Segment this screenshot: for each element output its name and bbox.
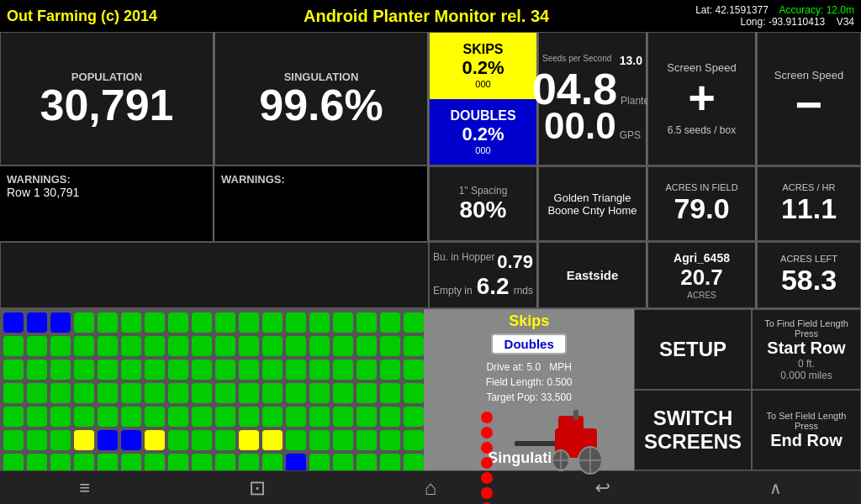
seed-cell xyxy=(145,312,165,333)
seed-cell xyxy=(239,312,259,333)
seed-cell xyxy=(333,383,353,403)
seed-cell xyxy=(50,383,71,403)
bottom-row: Skips Doubles Drive at: 5.0 MPH Field Le… xyxy=(0,309,861,470)
seed-cell xyxy=(404,383,424,403)
setup-label: SETUP xyxy=(659,338,726,361)
screen-speed-plus-symbol: + xyxy=(688,74,716,121)
eastside-label: Eastside xyxy=(567,268,619,282)
screen-speed-plus-panel[interactable]: Screen Speed + 6.5 seeds / box xyxy=(647,32,757,165)
seed-cell xyxy=(309,454,330,470)
seed-cell xyxy=(145,336,165,356)
seed-cell xyxy=(192,312,212,333)
warnings-label-2: WARNINGS: xyxy=(221,173,420,186)
warnings-value-1: Row 1 30,791 xyxy=(7,186,206,199)
seed-cell xyxy=(145,360,165,380)
seed-cell xyxy=(357,312,377,333)
seed-cell xyxy=(286,360,306,380)
seed-cell xyxy=(215,407,235,427)
seed-cell xyxy=(3,383,24,403)
seed-cell xyxy=(74,360,94,380)
find-field-length-panel[interactable]: To Find Field Length Press Start Row 0 f… xyxy=(752,309,861,390)
long-value: -93.9110413 xyxy=(769,16,825,28)
seed-cell xyxy=(168,312,188,333)
warnings-panel-2: WARNINGS: xyxy=(214,166,429,241)
nav-up-icon[interactable]: ∧ xyxy=(769,478,782,498)
seed-cell xyxy=(262,360,283,380)
field-length-info: Field Length: 0.500 xyxy=(430,376,627,388)
seed-cell xyxy=(27,383,47,403)
gps-label: GPS xyxy=(620,129,641,141)
end-row-button: End Row xyxy=(770,431,843,450)
seed-cell xyxy=(27,336,47,356)
title-center: Android Planter Monitor rel. 34 xyxy=(304,7,549,26)
seed-cell xyxy=(192,383,212,403)
target-pop-value: 33,500 xyxy=(541,391,572,403)
tractor-svg xyxy=(489,403,624,487)
seed-cell xyxy=(262,407,283,427)
seed-cell xyxy=(404,360,424,380)
seed-cell xyxy=(168,360,188,380)
nav-square-icon[interactable]: ⊡ xyxy=(249,476,266,500)
hopper-panel: Bu. in Hopper 0.79 Empty in 6.2 rnds xyxy=(429,242,538,308)
seed-cell xyxy=(121,336,141,356)
field-length-value: 0.500 xyxy=(547,376,573,388)
seed-cell xyxy=(357,336,377,356)
find-length-line2: Press xyxy=(795,328,818,339)
seed-cell xyxy=(50,430,71,450)
seed-cell xyxy=(3,454,24,470)
set-length-line1: To Set Field Length xyxy=(767,411,847,421)
mph-value: 04.8 xyxy=(532,67,617,111)
seed-cell xyxy=(404,312,424,333)
seed-cell xyxy=(74,336,94,356)
rnds-label: rnds xyxy=(514,285,533,297)
seed-cell xyxy=(262,336,283,356)
seed-cell xyxy=(380,312,400,333)
seed-cell xyxy=(145,430,165,450)
nav-menu-icon[interactable]: ≡ xyxy=(79,477,90,499)
agri-name: Agri_6458 xyxy=(673,251,730,265)
seed-cell xyxy=(98,360,118,380)
seed-cell xyxy=(192,430,212,450)
singulation-value: 99.6% xyxy=(259,83,383,127)
nav-home-icon[interactable]: ⌂ xyxy=(425,476,437,500)
accuracy-label: Accuracy: xyxy=(779,4,824,16)
screen-speed-minus-symbol: − xyxy=(795,81,823,129)
seed-cell xyxy=(192,407,212,427)
spacing-value: 80% xyxy=(459,197,506,223)
drive-info: Drive at: 5.0 MPH xyxy=(430,361,627,373)
nav-back-icon[interactable]: ↪ xyxy=(595,477,610,499)
population-panel: POPULATION 30,791 xyxy=(0,32,214,165)
screen-speed-minus-panel[interactable]: Screen Speed − xyxy=(757,32,861,165)
seeds-per-sec-value: 13.0 xyxy=(620,54,642,67)
seed-cell xyxy=(27,407,47,427)
switch-screens-label: SWITCH SCREENS xyxy=(644,407,742,454)
seed-cell xyxy=(309,383,330,403)
seed-cell xyxy=(333,336,353,356)
doubles-box: DOUBLES 0.2% 000 xyxy=(430,99,536,165)
setup-panel[interactable]: SETUP xyxy=(634,309,752,390)
location-panel: Golden Triangle Boone Cnty Home xyxy=(538,166,647,241)
seed-cell xyxy=(121,383,141,403)
skips-doubles-panel: SKIPS 0.2% 000 DOUBLES 0.2% 000 xyxy=(429,32,538,165)
seed-cell xyxy=(145,383,165,403)
grid-panel xyxy=(0,309,424,470)
seed-cell xyxy=(168,454,188,470)
seed-cell xyxy=(121,312,141,333)
seed-cell xyxy=(380,454,400,470)
seed-cell xyxy=(27,312,47,333)
singulation-panel: SINGULATION 99.6% xyxy=(214,32,429,165)
drive-unit: MPH xyxy=(549,361,572,373)
seed-cell xyxy=(309,407,330,427)
accuracy-value: 12.0m xyxy=(827,4,854,16)
doubles-label: DOUBLES xyxy=(450,108,515,123)
set-field-length-panel[interactable]: To Set Field Length Press End Row xyxy=(752,390,861,470)
switch-screens-panel[interactable]: SWITCH SCREENS xyxy=(634,390,752,470)
seed-cell xyxy=(309,336,330,356)
find-miles: 0.000 miles xyxy=(780,370,832,381)
seed-cell xyxy=(27,454,47,470)
seed-cell xyxy=(192,454,212,470)
svg-rect-2 xyxy=(558,416,584,433)
doubles-value: 0.2% xyxy=(462,123,504,145)
seed-cell xyxy=(3,312,24,333)
location-line2: Boone Cnty Home xyxy=(547,204,637,217)
